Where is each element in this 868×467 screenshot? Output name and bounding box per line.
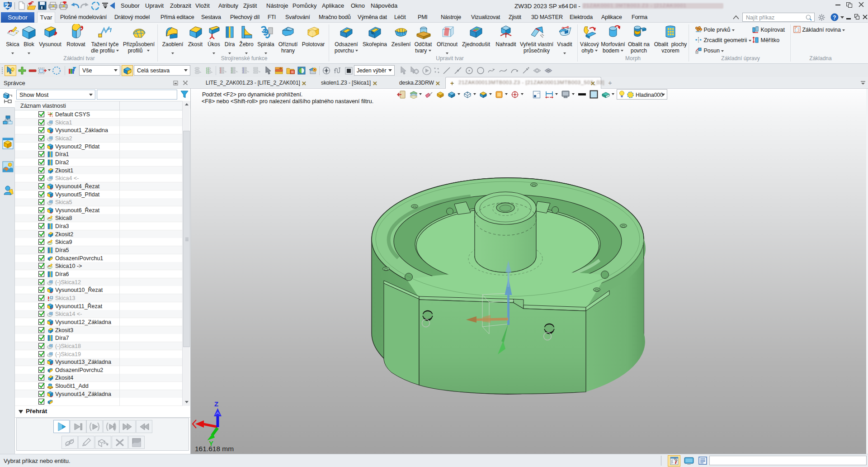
svg-text:?: ? bbox=[833, 14, 836, 21]
svg-text:Z: Z bbox=[214, 400, 218, 408]
